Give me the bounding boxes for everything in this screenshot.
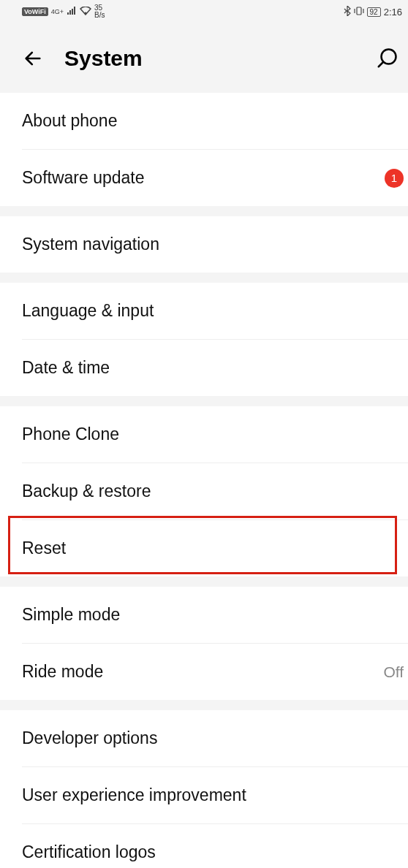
settings-group: Developer optionsUser experience improve… (0, 710, 408, 868)
reset-item[interactable]: Reset (0, 520, 408, 576)
header: System (0, 23, 408, 93)
item-label: Software update (22, 168, 145, 188)
item-label: System navigation (22, 235, 159, 254)
signal-icon (67, 7, 77, 18)
vowifi-badge: VoWiFi (22, 7, 48, 16)
item-label: Simple mode (22, 605, 120, 625)
settings-group: About phoneSoftware update1 (0, 93, 408, 206)
item-label: Certification logos (22, 842, 156, 862)
software-update-item[interactable]: Software update1 (0, 150, 408, 206)
item-label: Date & time (22, 358, 110, 378)
status-right: 92 2:16 (344, 6, 402, 18)
arrow-left-icon (23, 48, 43, 69)
search-icon (376, 47, 398, 69)
settings-group: Language & inputDate & time (0, 283, 408, 396)
item-label: Developer options (22, 728, 157, 748)
user-experience-item[interactable]: User experience improvement (0, 767, 408, 823)
simple-mode-item[interactable]: Simple mode (0, 587, 408, 643)
network-indicator: 4G+ (51, 9, 64, 15)
wifi-icon (80, 7, 91, 18)
svg-rect-1 (357, 7, 361, 15)
item-label: User experience improvement (22, 785, 246, 805)
page-title: System (64, 46, 357, 71)
ride-mode-item[interactable]: Ride modeOff (0, 644, 408, 700)
about-phone-item[interactable]: About phone (0, 93, 408, 149)
item-label: Reset (22, 538, 66, 558)
developer-options-item[interactable]: Developer options (0, 710, 408, 766)
vibrate-icon (354, 6, 364, 18)
phone-clone-item[interactable]: Phone Clone (0, 406, 408, 462)
settings-group: Phone CloneBackup & restoreReset (0, 406, 408, 576)
settings-group: System navigation (0, 216, 408, 273)
item-right: 1 (385, 169, 404, 188)
bluetooth-icon (344, 6, 351, 18)
status-left: VoWiFi 4G+ 35 B/s (22, 4, 105, 19)
item-label: Phone Clone (22, 425, 119, 444)
item-right: Off (383, 663, 404, 681)
back-button[interactable] (20, 46, 45, 71)
status-bar: VoWiFi 4G+ 35 B/s 92 2:16 (0, 0, 408, 23)
settings-group: Simple modeRide modeOff (0, 587, 408, 700)
certification-logos-item[interactable]: Certification logos (0, 824, 408, 868)
battery-indicator: 92 (367, 7, 381, 17)
speed-indicator: 35 B/s (94, 4, 105, 19)
item-label: Language & input (22, 301, 154, 321)
svg-point-0 (85, 12, 87, 14)
search-button[interactable] (376, 47, 398, 69)
backup-restore-item[interactable]: Backup & restore (0, 463, 408, 519)
time: 2:16 (384, 7, 402, 18)
item-label: Backup & restore (22, 481, 151, 501)
item-value: Off (383, 663, 404, 681)
item-label: Ride mode (22, 662, 103, 682)
date-time-item[interactable]: Date & time (0, 340, 408, 396)
notification-badge: 1 (385, 169, 404, 188)
language-input-item[interactable]: Language & input (0, 283, 408, 339)
settings-list: About phoneSoftware update1System naviga… (0, 93, 408, 868)
item-label: About phone (22, 111, 117, 131)
system-navigation-item[interactable]: System navigation (0, 216, 408, 273)
